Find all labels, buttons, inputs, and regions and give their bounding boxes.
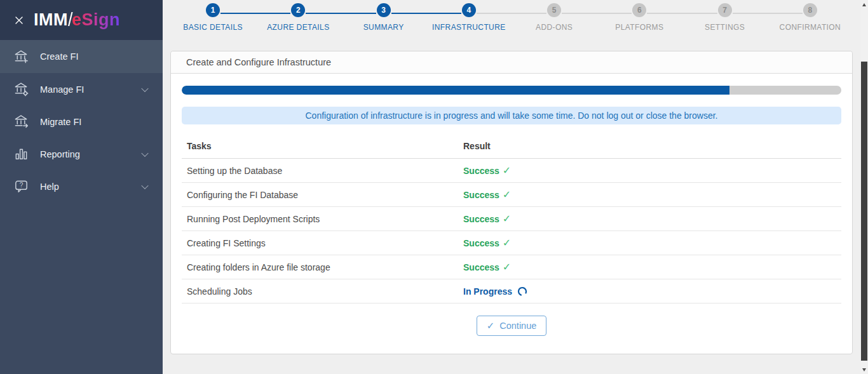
- step-azure-details[interactable]: 2 AZURE DETAILS: [255, 3, 341, 32]
- result-column-header: Result: [463, 141, 841, 151]
- result-status: Success: [463, 238, 499, 248]
- step-label: SETTINGS: [705, 23, 745, 32]
- table-row: Running Post Deployment Scripts Success✓: [182, 207, 841, 231]
- bank-gear-icon: [13, 81, 29, 97]
- scroll-down-arrow[interactable]: [860, 365, 868, 374]
- table-header-row: Tasks Result: [182, 133, 841, 159]
- bank-plus-icon: [13, 49, 29, 65]
- main-content: 1 BASIC DETAILS 2 AZURE DETAILS 3 SUMMAR…: [163, 0, 860, 374]
- step-label: AZURE DETAILS: [267, 23, 329, 32]
- sidebar-item-create-fi[interactable]: Create FI: [0, 40, 163, 73]
- wizard-stepper: 1 BASIC DETAILS 2 AZURE DETAILS 3 SUMMAR…: [170, 0, 853, 32]
- step-label: BASIC DETAILS: [183, 23, 243, 32]
- step-number: 2: [291, 3, 305, 17]
- task-name: Creating folders in Azure file storage: [182, 262, 463, 272]
- table-row: Setting up the Database Success✓: [182, 159, 841, 183]
- card-body: Configuration of infrastructure is in pr…: [171, 86, 852, 336]
- step-connector: [306, 13, 341, 14]
- step-number: 6: [632, 3, 646, 17]
- sidebar-header: IMM/eSign: [0, 0, 163, 40]
- success-check-icon: ✓: [503, 164, 511, 177]
- button-check-icon: ✓: [487, 320, 495, 331]
- step-connector: [391, 13, 426, 14]
- step-infrastructure[interactable]: 4 INFRASTRUCTURE: [426, 3, 512, 32]
- step-number: 1: [206, 3, 220, 17]
- step-connector: [647, 13, 682, 14]
- tasks-column-header: Tasks: [182, 141, 463, 151]
- step-connector: [597, 13, 632, 14]
- card-title: Create and Configure Infrastructure: [171, 51, 852, 74]
- step-connector: [255, 13, 290, 14]
- result-status: In Progress: [463, 286, 512, 297]
- progress-fill: [182, 86, 729, 95]
- step-platforms[interactable]: 6 PLATFORMS: [597, 3, 682, 32]
- success-check-icon: ✓: [503, 237, 511, 249]
- step-label: CONFIRMATION: [780, 23, 841, 32]
- step-number: 8: [803, 3, 817, 17]
- sidebar-item-manage-fi[interactable]: Manage FI: [0, 73, 163, 105]
- step-summary[interactable]: 3 SUMMARY: [341, 3, 426, 32]
- step-number: 4: [462, 3, 476, 17]
- chevron-down-icon: [141, 182, 148, 189]
- step-label: SUMMARY: [363, 23, 404, 32]
- task-name: Creating FI Settings: [182, 238, 463, 248]
- progress-bar: [182, 86, 841, 95]
- success-check-icon: ✓: [503, 189, 511, 201]
- table-row: Configuring the FI Database Success✓: [182, 183, 841, 207]
- chevron-down-icon: [141, 149, 148, 156]
- sidebar-item-migrate-fi[interactable]: Migrate FI: [0, 105, 163, 138]
- task-name: Setting up the Database: [182, 166, 463, 176]
- success-check-icon: ✓: [503, 261, 511, 273]
- vertical-scrollbar: [860, 0, 868, 374]
- bar-chart-icon: [13, 146, 29, 162]
- task-name: Scheduling Jobs: [182, 286, 463, 297]
- bank-arrow-icon: [13, 114, 29, 130]
- step-number: 3: [377, 3, 391, 17]
- step-number: 5: [547, 3, 561, 17]
- sidebar-item-reporting[interactable]: Reporting: [0, 138, 163, 170]
- step-basic-details[interactable]: 1 BASIC DETAILS: [170, 3, 255, 32]
- step-connector: [562, 13, 597, 14]
- sidebar: IMM/eSign Create FI: [0, 0, 163, 374]
- step-connector: [733, 13, 768, 14]
- close-icon[interactable]: [11, 12, 27, 29]
- app-logo: IMM/eSign: [34, 10, 120, 30]
- step-number: 7: [718, 3, 732, 17]
- result-status: Success: [463, 190, 499, 200]
- sidebar-item-label: Reporting: [40, 149, 80, 159]
- svg-text:?: ?: [20, 182, 24, 189]
- infrastructure-card: Create and Configure Infrastructure Conf…: [170, 51, 853, 354]
- scroll-up-arrow[interactable]: [860, 0, 868, 9]
- result-status: Success: [463, 262, 499, 272]
- sidebar-item-label: Migrate FI: [40, 117, 81, 127]
- sidebar-item-help[interactable]: ? Help: [0, 170, 163, 203]
- table-row: Creating folders in Azure file storage S…: [182, 255, 841, 279]
- success-check-icon: ✓: [503, 213, 511, 225]
- step-connector: [512, 13, 546, 14]
- task-name: Running Post Deployment Scripts: [182, 214, 463, 224]
- sidebar-item-label: Create FI: [40, 51, 78, 62]
- table-row: Creating FI Settings Success✓: [182, 231, 841, 255]
- result-status: Success: [463, 166, 499, 176]
- step-confirmation[interactable]: 8 CONFIRMATION: [768, 3, 853, 32]
- scrollbar-thumb[interactable]: [861, 62, 867, 361]
- step-add-ons[interactable]: 5 ADD-ONS: [512, 3, 597, 32]
- step-label: PLATFORMS: [615, 23, 663, 32]
- result-status: Success: [463, 214, 499, 224]
- continue-button[interactable]: ✓ Continue: [477, 316, 547, 336]
- step-connector: [426, 13, 461, 14]
- logo-imm: IMM: [34, 10, 68, 29]
- step-connector: [682, 13, 717, 14]
- continue-button-label: Continue: [499, 321, 536, 331]
- help-bubble-icon: ?: [13, 178, 29, 194]
- step-label: ADD-ONS: [536, 23, 573, 32]
- sidebar-nav: Create FI Manage FI: [0, 40, 163, 203]
- info-banner: Configuration of infrastructure is in pr…: [182, 107, 841, 124]
- logo-slash: /: [68, 10, 73, 30]
- spinner-icon: [517, 286, 527, 297]
- button-row: ✓ Continue: [182, 316, 841, 336]
- sidebar-item-label: Help: [40, 182, 59, 192]
- tasks-table: Tasks Result Setting up the Database Suc…: [182, 133, 841, 304]
- step-label: INFRASTRUCTURE: [432, 23, 506, 32]
- step-settings[interactable]: 7 SETTINGS: [682, 3, 768, 32]
